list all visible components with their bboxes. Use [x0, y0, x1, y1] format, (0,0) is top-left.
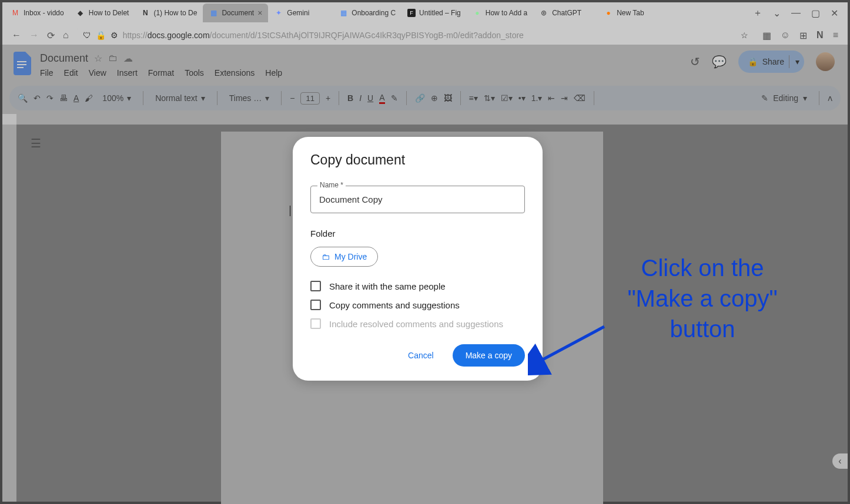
- line-spacing-icon[interactable]: ⇅▾: [484, 93, 495, 103]
- back-icon[interactable]: ←: [12, 30, 21, 41]
- font-increase-icon[interactable]: +: [326, 93, 330, 103]
- url-input[interactable]: 🛡 🔒 ⚙ https://docs.google.com/document/d…: [77, 26, 754, 44]
- home-icon[interactable]: ⌂: [63, 30, 69, 41]
- chevron-down-icon: ▾: [803, 93, 807, 103]
- collapse-toolbar-icon[interactable]: ʌ: [828, 93, 832, 103]
- reload-icon[interactable]: ⟳: [47, 30, 55, 41]
- paint-format-icon[interactable]: 🖌: [85, 93, 93, 103]
- tab-document[interactable]: ▦Document×: [203, 4, 268, 22]
- menu-help[interactable]: Help: [265, 68, 282, 78]
- mail-icon: M: [11, 8, 20, 18]
- font-size-input[interactable]: 11: [300, 92, 319, 105]
- tab-howto-add[interactable]: ●How to Add a: [467, 4, 533, 22]
- underline-icon[interactable]: U: [367, 93, 373, 103]
- tab-onboarding[interactable]: ▦Onboarding C: [333, 4, 401, 22]
- copy-document-dialog: Copy document Name * Folder 🗀 My Drive S…: [293, 137, 543, 381]
- close-icon[interactable]: ×: [257, 8, 262, 18]
- bookmark-icon[interactable]: ☆: [741, 31, 748, 40]
- menubar: File Edit View Insert Format Tools Exten…: [40, 66, 683, 82]
- outline-icon[interactable]: ☰: [31, 136, 41, 150]
- align-icon[interactable]: ≡▾: [469, 93, 478, 103]
- comments-icon[interactable]: 💬: [712, 55, 727, 69]
- browser-tabbar: MInbox - viddo ◆How to Delet N(1) How to…: [2, 2, 848, 23]
- svg-rect-0: [17, 61, 26, 62]
- spellcheck-icon[interactable]: A: [73, 93, 79, 103]
- notion-clip-icon[interactable]: N: [816, 30, 824, 41]
- avatar[interactable]: [816, 52, 835, 71]
- image-icon[interactable]: 🖼: [444, 93, 452, 103]
- cancel-button[interactable]: Cancel: [401, 345, 441, 366]
- qr-icon[interactable]: ▦: [762, 30, 771, 41]
- checkbox-icon: [310, 281, 321, 291]
- gemini-icon: ✦: [274, 8, 283, 18]
- maximize-icon[interactable]: ▢: [811, 8, 820, 19]
- close-window-icon[interactable]: ✕: [831, 8, 838, 19]
- firefox-icon: ●: [604, 8, 613, 18]
- share-same-people-checkbox[interactable]: Share it with the same people: [310, 281, 525, 291]
- menu-view[interactable]: View: [89, 68, 106, 78]
- folder-chip[interactable]: 🗀 My Drive: [310, 247, 378, 267]
- copy-comments-checkbox[interactable]: Copy comments and suggestions: [310, 300, 525, 310]
- menu-tools[interactable]: Tools: [185, 68, 204, 78]
- styles-dropdown[interactable]: Normal text▾: [152, 93, 209, 103]
- menu-format[interactable]: Format: [148, 68, 174, 78]
- tabs-dropdown-icon[interactable]: ⌄: [773, 8, 781, 19]
- tab-inbox[interactable]: MInbox - viddo: [5, 4, 70, 22]
- clear-format-icon[interactable]: ⌫: [574, 93, 585, 103]
- editing-mode-dropdown[interactable]: ✎ Editing ▾: [761, 93, 807, 103]
- print-icon[interactable]: 🖶: [59, 93, 68, 103]
- toolbar: 🔍 ↶ ↷ 🖶 A 🖌 100%▾ Normal text▾ Times …▾ …: [2, 82, 848, 114]
- menu-file[interactable]: File: [40, 68, 53, 78]
- lock-icon: 🔒: [748, 57, 758, 66]
- permissions-icon: ⚙: [111, 31, 118, 40]
- text-color-icon[interactable]: A: [379, 93, 384, 104]
- include-resolved-checkbox: Include resolved comments and suggestion…: [310, 318, 525, 329]
- extensions-icon[interactable]: ⊞: [799, 30, 807, 41]
- star-icon[interactable]: ☆: [94, 53, 102, 64]
- add-comment-icon[interactable]: ⊕: [431, 93, 438, 103]
- minimize-icon[interactable]: —: [791, 8, 801, 18]
- cloud-icon[interactable]: ☁: [123, 53, 133, 64]
- tab-gemini[interactable]: ✦Gemini: [268, 4, 333, 22]
- link-icon[interactable]: 🔗: [415, 93, 425, 103]
- history-icon[interactable]: ↺: [690, 55, 700, 69]
- checkbox-icon: [310, 318, 321, 329]
- indent-icon[interactable]: ⇥: [561, 93, 568, 103]
- make-a-copy-button[interactable]: Make a copy: [453, 344, 525, 367]
- bullet-list-icon[interactable]: •▾: [518, 93, 526, 103]
- share-button[interactable]: 🔒 Share ▾: [738, 51, 804, 73]
- docs-icon: ▦: [209, 8, 218, 18]
- move-icon[interactable]: 🗀: [108, 53, 118, 63]
- doc-title[interactable]: Document: [40, 52, 88, 65]
- forward-icon[interactable]: →: [29, 30, 39, 41]
- name-input[interactable]: [310, 186, 525, 213]
- menu-edit[interactable]: Edit: [64, 68, 78, 78]
- search-icon[interactable]: 🔍: [18, 93, 28, 103]
- tab-figma[interactable]: FUntitled – Fig: [401, 4, 467, 22]
- font-dropdown[interactable]: Times …▾: [226, 93, 273, 103]
- account-icon[interactable]: ☺: [781, 30, 790, 41]
- checklist-icon[interactable]: ☑▾: [501, 93, 513, 103]
- expand-sidepanel-icon[interactable]: ‹: [832, 453, 848, 469]
- outdent-icon[interactable]: ⇤: [548, 93, 555, 103]
- docs-logo[interactable]: [12, 51, 33, 76]
- zoom-dropdown[interactable]: 100%▾: [99, 93, 135, 103]
- docs-icon: ▦: [339, 8, 348, 18]
- font-decrease-icon[interactable]: −: [290, 93, 295, 103]
- menu-insert[interactable]: Insert: [117, 68, 138, 78]
- notion-icon: N: [140, 8, 150, 18]
- menu-icon[interactable]: ≡: [833, 30, 838, 41]
- tab-chatgpt[interactable]: ⊛ChatGPT: [533, 4, 598, 22]
- redo-icon[interactable]: ↷: [46, 93, 53, 103]
- highlight-icon[interactable]: ✎: [391, 93, 398, 103]
- undo-icon[interactable]: ↶: [34, 93, 41, 103]
- italic-icon[interactable]: I: [359, 93, 362, 103]
- number-list-icon[interactable]: 1.▾: [531, 93, 543, 103]
- tab-notion-howto[interactable]: N(1) How to De: [135, 4, 203, 22]
- chevron-down-icon[interactable]: ▾: [789, 55, 799, 68]
- new-tab-button[interactable]: ＋: [753, 7, 762, 19]
- tab-howto-delete[interactable]: ◆How to Delet: [70, 4, 135, 22]
- bold-icon[interactable]: B: [347, 93, 353, 103]
- menu-extensions[interactable]: Extensions: [215, 68, 255, 78]
- tab-newtab[interactable]: ●New Tab: [598, 4, 662, 22]
